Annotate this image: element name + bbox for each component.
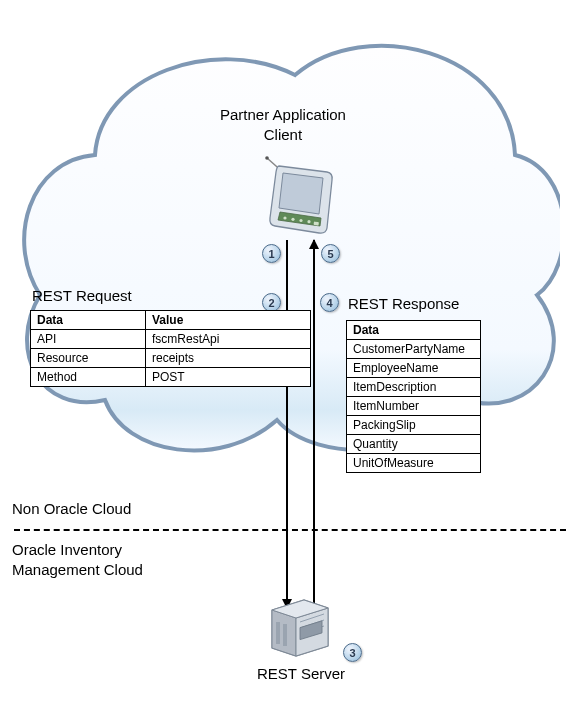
rest-request-table: Data Value APIfscmRestApi Resourcereceip… <box>30 310 311 387</box>
response-arrow <box>313 240 315 608</box>
table-row: CustomerPartyName <box>347 340 481 359</box>
svg-point-2 <box>283 216 286 219</box>
rest-request-title: REST Request <box>32 287 132 304</box>
svg-point-1 <box>265 156 269 160</box>
svg-point-3 <box>291 218 294 221</box>
table-row: Data Value <box>31 311 311 330</box>
table-row: UnitOfMeasure <box>347 454 481 473</box>
pda-device-icon <box>265 152 335 237</box>
step-marker-3: 3 <box>343 643 362 662</box>
req-header-value: Value <box>146 311 311 330</box>
table-row: APIfscmRestApi <box>31 330 311 349</box>
table-row: PackingSlip <box>347 416 481 435</box>
rest-response-title: REST Response <box>348 295 459 312</box>
table-row: EmployeeName <box>347 359 481 378</box>
server-icon <box>266 596 334 658</box>
svg-point-5 <box>307 220 310 223</box>
table-row: ItemDescription <box>347 378 481 397</box>
table-row: ItemNumber <box>347 397 481 416</box>
req-header-data: Data <box>31 311 146 330</box>
step-marker-5: 5 <box>321 244 340 263</box>
request-arrow <box>286 240 288 608</box>
resp-header-data: Data <box>347 321 481 340</box>
oracle-inventory-label: Oracle Inventory Management Cloud <box>12 540 143 579</box>
table-row: MethodPOST <box>31 368 311 387</box>
table-row: Resourcereceipts <box>31 349 311 368</box>
partner-app-client-label: Partner Application Client <box>220 105 346 144</box>
non-oracle-cloud-label: Non Oracle Cloud <box>12 500 131 517</box>
boundary-divider <box>14 529 566 531</box>
svg-rect-11 <box>276 622 280 644</box>
step-marker-4: 4 <box>320 293 339 312</box>
svg-point-4 <box>299 219 302 222</box>
svg-rect-6 <box>314 222 319 226</box>
table-row: Quantity <box>347 435 481 454</box>
table-row: Data <box>347 321 481 340</box>
rest-response-table: Data CustomerPartyName EmployeeName Item… <box>346 320 481 473</box>
svg-rect-12 <box>283 624 287 646</box>
step-marker-1: 1 <box>262 244 281 263</box>
rest-server-label: REST Server <box>257 665 345 682</box>
